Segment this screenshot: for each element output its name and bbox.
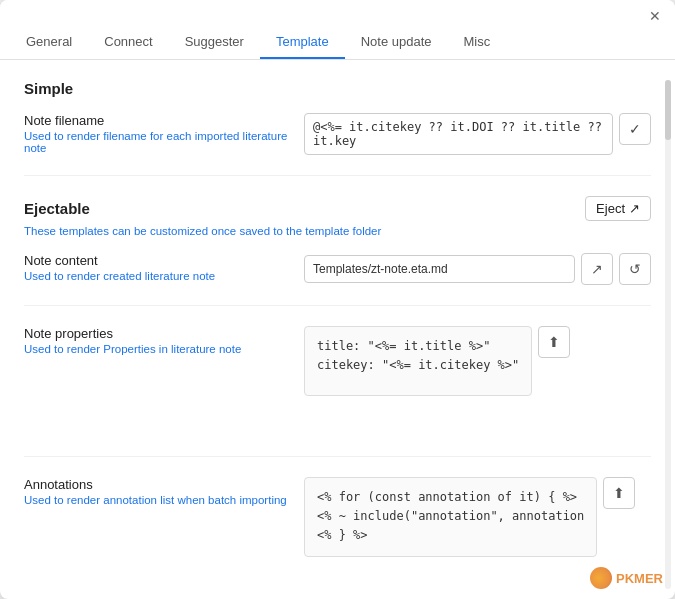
note-content-row: Note content Used to render created lite… xyxy=(24,253,651,306)
checkmark-icon: ✓ xyxy=(629,121,641,137)
note-filename-desc: Used to render filename for each importe… xyxy=(24,130,288,154)
tab-misc[interactable]: Misc xyxy=(448,26,507,59)
note-content-label-col: Note content Used to render created lite… xyxy=(24,253,304,282)
pkmer-text: PKMER xyxy=(616,571,663,586)
tab-general[interactable]: General xyxy=(10,26,88,59)
note-properties-label-col: Note properties Used to render Propertie… xyxy=(24,326,304,355)
content-area: Simple Note filename Used to render file… xyxy=(0,60,675,599)
annotations-action-button[interactable]: ⬆ xyxy=(603,477,635,509)
note-filename-control: ✓ xyxy=(304,113,651,155)
note-filename-input[interactable] xyxy=(304,113,613,155)
pkmer-watermark: PKMER xyxy=(590,567,663,589)
tab-bar: General Connect Suggester Template Note … xyxy=(0,26,675,60)
simple-section-title: Simple xyxy=(24,80,651,97)
scrollbar-thumb[interactable] xyxy=(665,80,671,140)
ejectable-section: Ejectable Eject ↗ These templates can be… xyxy=(24,196,651,457)
annotations-row: Annotations Used to render annotation li… xyxy=(24,477,651,577)
main-window: ✕ General Connect Suggester Template Not… xyxy=(0,0,675,599)
reset-icon: ↺ xyxy=(629,261,641,277)
eject-btn-group: Eject ↗ xyxy=(585,196,651,221)
note-properties-control: title: "<%= it.title %>" citekey: "<%= i… xyxy=(304,326,651,396)
note-content-reset-button[interactable]: ↺ xyxy=(619,253,651,285)
path-row: Templates/zt-note.eta.md ↗ ↺ xyxy=(304,253,651,285)
annotations-upload-icon: ⬆ xyxy=(613,485,625,501)
note-properties-label: Note properties xyxy=(24,326,288,341)
annotations-code: <% for (const annotation of it) { %> <% … xyxy=(304,477,597,557)
note-content-path: Templates/zt-note.eta.md xyxy=(304,255,575,283)
tab-connect[interactable]: Connect xyxy=(88,26,168,59)
note-properties-row: Note properties Used to render Propertie… xyxy=(24,326,651,416)
ejectable-desc: These templates can be customized once s… xyxy=(24,225,651,237)
eject-icon: ↗ xyxy=(629,201,640,216)
note-properties-action-button[interactable]: ⬆ xyxy=(538,326,570,358)
scrollbar-track xyxy=(665,80,671,589)
note-content-open-button[interactable]: ↗ xyxy=(581,253,613,285)
upload-icon: ⬆ xyxy=(548,334,560,350)
ejectable-header: Ejectable Eject ↗ xyxy=(24,196,651,221)
tab-template[interactable]: Template xyxy=(260,26,345,59)
annotations-control: <% for (const annotation of it) { %> <% … xyxy=(304,477,651,557)
tab-suggester[interactable]: Suggester xyxy=(169,26,260,59)
close-button[interactable]: ✕ xyxy=(645,6,665,26)
pkmer-logo-icon xyxy=(590,567,612,589)
note-properties-desc: Used to render Properties in literature … xyxy=(24,343,288,355)
note-properties-code: title: "<%= it.title %>" citekey: "<%= i… xyxy=(304,326,532,396)
annotations-section: Annotations Used to render annotation li… xyxy=(24,477,651,577)
title-bar: ✕ xyxy=(0,0,675,26)
ejectable-title: Ejectable xyxy=(24,200,90,217)
note-filename-confirm-button[interactable]: ✓ xyxy=(619,113,651,145)
tab-note-update[interactable]: Note update xyxy=(345,26,448,59)
note-content-label: Note content xyxy=(24,253,288,268)
annotations-label: Annotations xyxy=(24,477,288,492)
note-content-controls: Templates/zt-note.eta.md ↗ ↺ xyxy=(304,253,651,285)
annotations-desc: Used to render annotation list when batc… xyxy=(24,494,288,506)
note-filename-label-col: Note filename Used to render filename fo… xyxy=(24,113,304,154)
note-filename-row: Note filename Used to render filename fo… xyxy=(24,113,651,176)
eject-button-label: Eject xyxy=(596,201,625,216)
eject-button[interactable]: Eject ↗ xyxy=(585,196,651,221)
note-filename-label: Note filename xyxy=(24,113,288,128)
note-content-desc: Used to render created literature note xyxy=(24,270,288,282)
annotations-label-col: Annotations Used to render annotation li… xyxy=(24,477,304,506)
open-icon: ↗ xyxy=(591,261,603,277)
